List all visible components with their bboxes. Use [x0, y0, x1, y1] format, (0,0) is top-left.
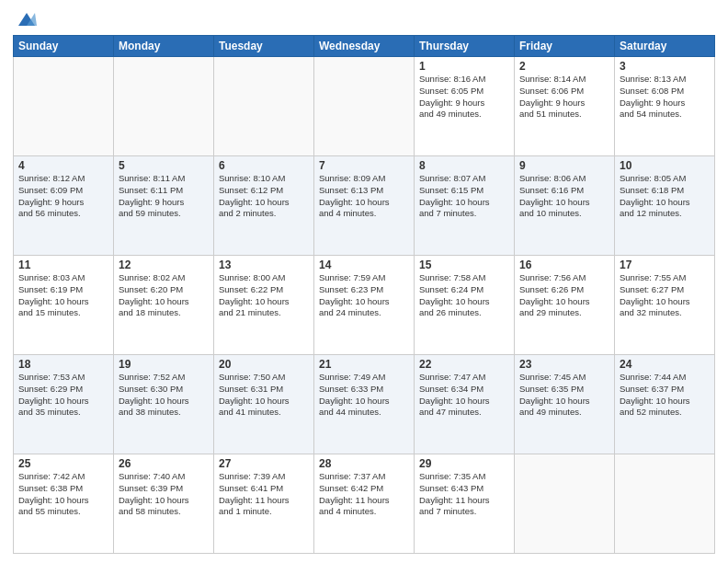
calendar-cell: 12Sunrise: 8:02 AM Sunset: 6:20 PM Dayli… [114, 256, 214, 355]
calendar-cell: 26Sunrise: 7:40 AM Sunset: 6:39 PM Dayli… [114, 454, 214, 554]
calendar-cell: 5Sunrise: 8:11 AM Sunset: 6:11 PM Daylig… [114, 156, 214, 256]
calendar-week-1: 1Sunrise: 8:16 AM Sunset: 6:05 PM Daylig… [14, 57, 715, 156]
logo [13, 9, 37, 29]
calendar-cell: 22Sunrise: 7:47 AM Sunset: 6:34 PM Dayli… [415, 355, 515, 454]
column-header-tuesday: Tuesday [214, 36, 314, 57]
day-info: Sunrise: 8:06 AM Sunset: 6:16 PM Dayligh… [519, 173, 609, 220]
day-info: Sunrise: 8:12 AM Sunset: 6:09 PM Dayligh… [18, 173, 108, 220]
day-info: Sunrise: 7:35 AM Sunset: 6:43 PM Dayligh… [419, 471, 509, 518]
calendar-cell: 16Sunrise: 7:56 AM Sunset: 6:26 PM Dayli… [515, 256, 615, 355]
calendar-cell: 10Sunrise: 8:05 AM Sunset: 6:18 PM Dayli… [615, 156, 715, 256]
calendar-cell: 27Sunrise: 7:39 AM Sunset: 6:41 PM Dayli… [214, 454, 314, 554]
calendar-cell: 15Sunrise: 7:58 AM Sunset: 6:24 PM Dayli… [415, 256, 515, 355]
calendar-cell: 14Sunrise: 7:59 AM Sunset: 6:23 PM Dayli… [314, 256, 415, 355]
day-number: 7 [319, 159, 409, 172]
calendar-cell: 4Sunrise: 8:12 AM Sunset: 6:09 PM Daylig… [14, 156, 114, 256]
day-info: Sunrise: 7:39 AM Sunset: 6:41 PM Dayligh… [219, 471, 309, 518]
day-info: Sunrise: 8:13 AM Sunset: 6:08 PM Dayligh… [620, 74, 710, 121]
day-info: Sunrise: 7:53 AM Sunset: 6:29 PM Dayligh… [18, 372, 108, 419]
day-info: Sunrise: 8:05 AM Sunset: 6:18 PM Dayligh… [620, 173, 710, 220]
day-info: Sunrise: 7:44 AM Sunset: 6:37 PM Dayligh… [620, 372, 710, 419]
day-number: 3 [620, 60, 710, 73]
calendar-cell: 13Sunrise: 8:00 AM Sunset: 6:22 PM Dayli… [214, 256, 314, 355]
day-number: 2 [519, 60, 609, 73]
day-info: Sunrise: 8:00 AM Sunset: 6:22 PM Dayligh… [219, 272, 309, 319]
day-number: 13 [219, 259, 309, 271]
day-number: 10 [620, 159, 710, 172]
day-number: 20 [219, 358, 309, 371]
day-info: Sunrise: 7:52 AM Sunset: 6:30 PM Dayligh… [119, 372, 209, 419]
logo-icon [17, 9, 37, 29]
column-header-wednesday: Wednesday [314, 36, 415, 57]
day-info: Sunrise: 7:49 AM Sunset: 6:33 PM Dayligh… [319, 372, 409, 419]
calendar-cell: 8Sunrise: 8:07 AM Sunset: 6:15 PM Daylig… [415, 156, 515, 256]
day-info: Sunrise: 8:10 AM Sunset: 6:12 PM Dayligh… [219, 173, 309, 220]
column-header-saturday: Saturday [615, 36, 715, 57]
day-info: Sunrise: 7:37 AM Sunset: 6:42 PM Dayligh… [319, 471, 409, 518]
calendar-cell: 23Sunrise: 7:45 AM Sunset: 6:35 PM Dayli… [515, 355, 615, 454]
day-number: 12 [119, 259, 209, 271]
day-number: 9 [519, 159, 609, 172]
day-number: 5 [119, 159, 209, 172]
calendar: SundayMondayTuesdayWednesdayThursdayFrid… [13, 35, 715, 554]
page: SundayMondayTuesdayWednesdayThursdayFrid… [0, 0, 728, 563]
calendar-cell: 9Sunrise: 8:06 AM Sunset: 6:16 PM Daylig… [515, 156, 615, 256]
day-info: Sunrise: 7:59 AM Sunset: 6:23 PM Dayligh… [319, 272, 409, 319]
day-number: 6 [219, 159, 309, 172]
day-number: 18 [18, 358, 108, 371]
day-info: Sunrise: 8:02 AM Sunset: 6:20 PM Dayligh… [119, 272, 209, 319]
column-header-thursday: Thursday [415, 36, 515, 57]
calendar-cell [14, 57, 114, 156]
calendar-cell [515, 454, 615, 554]
calendar-cell [615, 454, 715, 554]
day-number: 14 [319, 259, 409, 271]
day-number: 4 [18, 159, 108, 172]
calendar-header-row: SundayMondayTuesdayWednesdayThursdayFrid… [14, 36, 715, 57]
day-info: Sunrise: 7:50 AM Sunset: 6:31 PM Dayligh… [219, 372, 309, 419]
day-number: 19 [119, 358, 209, 371]
calendar-week-3: 11Sunrise: 8:03 AM Sunset: 6:19 PM Dayli… [14, 256, 715, 355]
day-info: Sunrise: 8:14 AM Sunset: 6:06 PM Dayligh… [519, 74, 609, 121]
day-info: Sunrise: 8:09 AM Sunset: 6:13 PM Dayligh… [319, 173, 409, 220]
day-number: 1 [419, 60, 509, 73]
calendar-cell [314, 57, 415, 156]
day-number: 28 [319, 457, 409, 470]
day-info: Sunrise: 7:47 AM Sunset: 6:34 PM Dayligh… [419, 372, 509, 419]
day-info: Sunrise: 7:40 AM Sunset: 6:39 PM Dayligh… [119, 471, 209, 518]
calendar-week-5: 25Sunrise: 7:42 AM Sunset: 6:38 PM Dayli… [14, 454, 715, 554]
day-number: 23 [519, 358, 609, 371]
day-number: 29 [419, 457, 509, 470]
header [13, 9, 715, 29]
day-info: Sunrise: 7:56 AM Sunset: 6:26 PM Dayligh… [519, 272, 609, 319]
calendar-cell: 6Sunrise: 8:10 AM Sunset: 6:12 PM Daylig… [214, 156, 314, 256]
calendar-cell: 24Sunrise: 7:44 AM Sunset: 6:37 PM Dayli… [615, 355, 715, 454]
calendar-cell: 21Sunrise: 7:49 AM Sunset: 6:33 PM Dayli… [314, 355, 415, 454]
column-header-sunday: Sunday [14, 36, 114, 57]
day-number: 15 [419, 259, 509, 271]
column-header-monday: Monday [114, 36, 214, 57]
day-number: 8 [419, 159, 509, 172]
calendar-cell: 18Sunrise: 7:53 AM Sunset: 6:29 PM Dayli… [14, 355, 114, 454]
day-info: Sunrise: 7:58 AM Sunset: 6:24 PM Dayligh… [419, 272, 509, 319]
calendar-cell: 25Sunrise: 7:42 AM Sunset: 6:38 PM Dayli… [14, 454, 114, 554]
day-info: Sunrise: 8:07 AM Sunset: 6:15 PM Dayligh… [419, 173, 509, 220]
calendar-cell: 3Sunrise: 8:13 AM Sunset: 6:08 PM Daylig… [615, 57, 715, 156]
calendar-cell: 20Sunrise: 7:50 AM Sunset: 6:31 PM Dayli… [214, 355, 314, 454]
day-info: Sunrise: 7:45 AM Sunset: 6:35 PM Dayligh… [519, 372, 609, 419]
day-info: Sunrise: 8:16 AM Sunset: 6:05 PM Dayligh… [419, 74, 509, 121]
day-number: 17 [620, 259, 710, 271]
day-info: Sunrise: 8:11 AM Sunset: 6:11 PM Dayligh… [119, 173, 209, 220]
day-number: 26 [119, 457, 209, 470]
column-header-friday: Friday [515, 36, 615, 57]
calendar-cell: 7Sunrise: 8:09 AM Sunset: 6:13 PM Daylig… [314, 156, 415, 256]
calendar-cell: 19Sunrise: 7:52 AM Sunset: 6:30 PM Dayli… [114, 355, 214, 454]
calendar-cell: 2Sunrise: 8:14 AM Sunset: 6:06 PM Daylig… [515, 57, 615, 156]
day-number: 11 [18, 259, 108, 271]
calendar-cell: 29Sunrise: 7:35 AM Sunset: 6:43 PM Dayli… [415, 454, 515, 554]
day-number: 24 [620, 358, 710, 371]
calendar-cell: 17Sunrise: 7:55 AM Sunset: 6:27 PM Dayli… [615, 256, 715, 355]
day-number: 16 [519, 259, 609, 271]
calendar-cell [114, 57, 214, 156]
day-number: 25 [18, 457, 108, 470]
day-info: Sunrise: 7:42 AM Sunset: 6:38 PM Dayligh… [18, 471, 108, 518]
